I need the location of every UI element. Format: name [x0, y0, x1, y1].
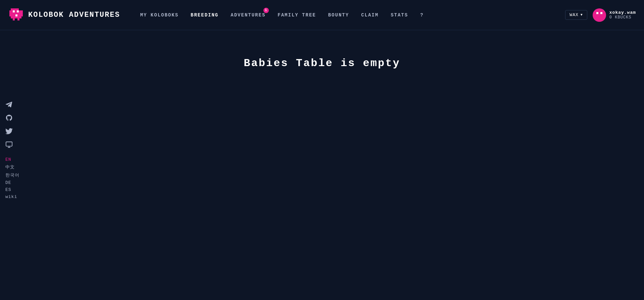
- svg-rect-18: [17, 14, 19, 16]
- nav-item-stats[interactable]: STATS: [391, 12, 408, 18]
- nav-item-claim[interactable]: CLAIM: [361, 12, 379, 18]
- svg-rect-38: [6, 142, 12, 146]
- svg-rect-30: [596, 12, 598, 14]
- svg-rect-34: [594, 14, 604, 16]
- svg-rect-22: [13, 16, 19, 18]
- header-right: WAX ▼: [565, 8, 636, 22]
- svg-rect-17: [15, 14, 17, 16]
- svg-rect-5: [11, 10, 13, 12]
- svg-rect-21: [11, 16, 13, 18]
- main-content: Babies Table is empty: [0, 30, 644, 69]
- logo-text: KOLOBOK ADVENTURES: [28, 11, 120, 19]
- svg-rect-0: [11, 8, 13, 10]
- svg-rect-20: [21, 14, 23, 16]
- lang-zh[interactable]: 中文: [5, 164, 19, 170]
- svg-rect-27: [597, 10, 599, 12]
- user-area[interactable]: xokay.wam 0 KBUCKS: [593, 8, 636, 22]
- twitter-icon[interactable]: [5, 128, 13, 135]
- nav-badge-adventures: 1: [263, 8, 269, 13]
- currency-selector[interactable]: WAX ▼: [565, 10, 587, 20]
- github-icon[interactable]: [5, 114, 13, 121]
- empty-message: Babies Table is empty: [244, 57, 400, 69]
- svg-rect-36: [596, 18, 598, 20]
- svg-rect-13: [21, 12, 23, 14]
- svg-rect-10: [21, 10, 23, 12]
- svg-rect-11: [9, 12, 11, 14]
- svg-rect-8: [17, 10, 19, 12]
- svg-rect-7: [15, 10, 17, 12]
- svg-rect-28: [599, 10, 601, 12]
- lang-de[interactable]: DE: [5, 180, 19, 185]
- nav-item-help[interactable]: ?: [420, 12, 424, 18]
- svg-rect-2: [15, 8, 17, 10]
- svg-rect-9: [19, 10, 21, 12]
- svg-rect-14: [9, 14, 11, 16]
- user-info: xokay.wam 0 KBUCKS: [609, 10, 636, 20]
- logo[interactable]: KOLOBOK ADVENTURES: [8, 7, 120, 23]
- monitor-icon[interactable]: [5, 141, 13, 148]
- nav-item-adventures[interactable]: ADVENTURES1: [231, 12, 265, 18]
- telegram-icon[interactable]: [5, 101, 13, 108]
- svg-rect-33: [602, 12, 604, 14]
- user-name: xokay.wam: [609, 10, 636, 15]
- svg-rect-23: [19, 16, 21, 18]
- svg-rect-31: [598, 12, 600, 14]
- svg-rect-6: [13, 10, 15, 12]
- currency-label: WAX: [569, 12, 578, 17]
- svg-rect-37: [600, 18, 602, 20]
- svg-rect-15: [11, 14, 13, 16]
- nav-item-family-tree[interactable]: FAMILY TREE: [278, 12, 316, 18]
- svg-rect-12: [11, 12, 21, 14]
- nav-item-bounty[interactable]: BOUNTY: [328, 12, 349, 18]
- svg-rect-24: [13, 18, 15, 20]
- language-section: EN中文한국어DEESwiki: [5, 157, 19, 199]
- svg-rect-1: [13, 8, 15, 10]
- svg-rect-25: [17, 18, 19, 20]
- header: KOLOBOK ADVENTURES MY KOLOBOKSBREEDINGAD…: [0, 0, 644, 30]
- svg-rect-35: [596, 16, 602, 18]
- user-balance: 0 KBUCKS: [609, 15, 636, 20]
- main-nav: MY KOLOBOKSBREEDINGADVENTURES1FAMILY TRE…: [140, 12, 565, 18]
- svg-rect-3: [17, 8, 19, 10]
- logo-icon: [8, 7, 24, 23]
- nav-item-my-koloboks[interactable]: MY KOLOBOKS: [140, 12, 179, 18]
- svg-rect-26: [595, 10, 597, 12]
- svg-rect-16: [13, 14, 15, 16]
- lang-wiki[interactable]: wiki: [5, 194, 19, 199]
- lang-ko[interactable]: 한국어: [5, 172, 19, 178]
- chevron-down-icon: ▼: [581, 13, 583, 17]
- nav-item-breeding[interactable]: BREEDING: [191, 12, 218, 18]
- avatar: [593, 8, 606, 22]
- lang-es[interactable]: ES: [5, 187, 19, 192]
- svg-rect-29: [594, 12, 596, 14]
- svg-rect-32: [600, 12, 602, 14]
- lang-en[interactable]: EN: [5, 157, 19, 162]
- left-sidebar: EN中文한국어DEESwiki: [5, 101, 19, 199]
